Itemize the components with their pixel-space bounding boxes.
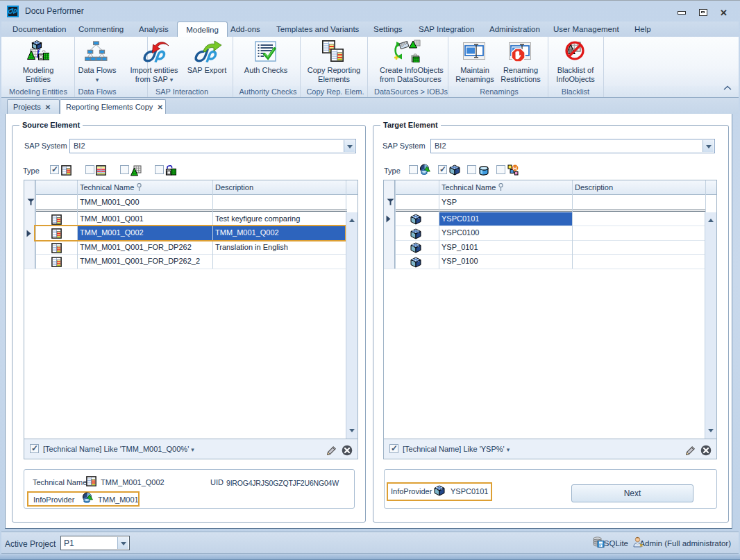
svg-text:H: H — [513, 165, 517, 171]
